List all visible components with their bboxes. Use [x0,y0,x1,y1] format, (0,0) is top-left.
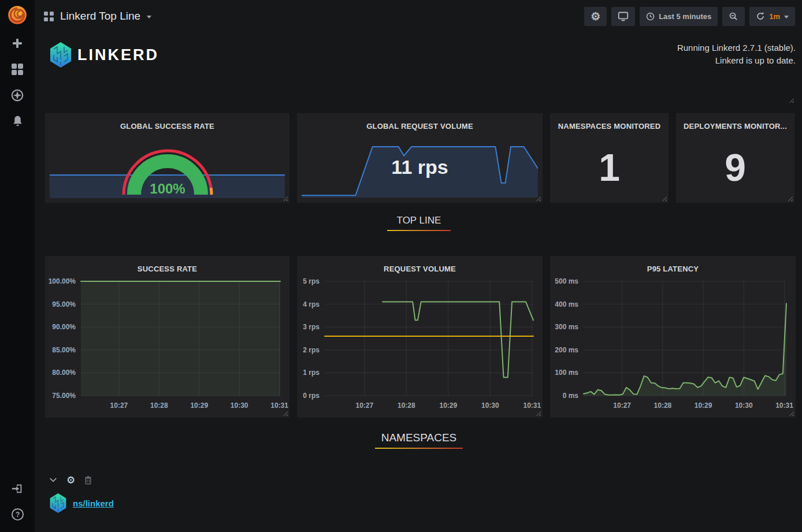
sidebar-item-sign-in[interactable] [0,475,35,501]
namespace-link[interactable]: ns/linkerd [73,498,114,508]
refresh-button[interactable]: 1m [749,7,795,26]
grafana-logo[interactable] [0,0,35,30]
linkerd-namespace-icon [49,493,67,513]
app-root: ? Linkerd Top Line ⚙ [0,0,802,532]
dashboard-title-button[interactable]: Linkerd Top Line [44,10,151,23]
linkerd-brand: LINKERD [49,42,159,68]
row-underline [387,230,451,231]
svg-text:10:29: 10:29 [190,401,208,410]
svg-text:5 rps: 5 rps [303,277,320,285]
svg-text:10:30: 10:30 [481,401,499,410]
svg-text:100%: 100% [150,181,185,196]
dashboard-grid-icon [44,12,54,21]
svg-text:10:27: 10:27 [613,401,631,410]
svg-text:1 rps: 1 rps [303,369,320,377]
dashboards-icon [11,63,24,76]
top-line-charts-row: SUCCESS RATE 75.00%80.00%85.00%90.00%95.… [45,256,796,418]
success-rate-gauge: 100% [121,144,214,199]
tv-icon [618,12,629,21]
row-header-top-line: TOP LINE [35,215,802,231]
left-sidebar: ? [0,0,35,532]
stat-value: 1 [550,146,669,189]
navbar-toolbar: ⚙ Last 5 minutes [584,7,795,26]
dashboard-title: Linkerd Top Line [60,10,140,23]
panel-title[interactable]: DEPLOYMENTS MONITOR... [676,113,794,131]
row-header-namespaces: NAMESPACES [35,431,802,449]
svg-text:10:30: 10:30 [231,401,248,410]
sidebar-item-alerting[interactable] [0,108,35,134]
row-settings-button[interactable]: ⚙ [66,475,75,485]
svg-text:10:27: 10:27 [356,401,374,410]
trash-icon [84,476,92,485]
stat-value: 9 [676,146,794,189]
top-stats-row: GLOBAL SUCCESS RATE 100% GLOBAL REQUEST … [45,113,796,203]
svg-text:10:29: 10:29 [695,401,712,410]
svg-text:80.00%: 80.00% [52,369,76,377]
success-rate-chart[interactable]: 75.00%80.00%85.00%90.00%95.00%100.00%10:… [45,273,289,418]
time-range-label: Last 5 minutes [659,12,711,21]
panel-p95-latency: P95 LATENCY 0 ms100 ms200 ms300 ms400 ms… [550,256,796,418]
svg-text:4 rps: 4 rps [303,300,320,308]
svg-text:10:30: 10:30 [735,401,753,410]
clock-icon [646,12,655,21]
panel-global-request-volume: GLOBAL REQUEST VOLUME 11 rps [297,113,543,203]
grafana-logo-icon [6,4,28,26]
svg-text:10:31: 10:31 [775,401,793,410]
linkerd-logo-icon [49,42,72,68]
dashboard-body: LINKERD Running Linkerd 2.7.1 (stable). … [35,32,802,532]
panel-resize-handle[interactable] [789,98,794,103]
panel-resize-handle[interactable] [662,196,667,201]
svg-text:400 ms: 400 ms [555,300,578,308]
panel-request-volume: REQUEST VOLUME 0 rps1 rps2 rps3 rps4 rps… [297,256,543,418]
status-line-1: Running Linkerd 2.7.1 (stable). [677,42,796,54]
row-title-top-line[interactable]: TOP LINE [397,215,441,226]
zoom-out-button[interactable] [722,7,745,26]
panel-resize-handle[interactable] [283,196,288,201]
sidebar-item-explore[interactable] [0,82,35,108]
linkerd-header-panel: LINKERD Running Linkerd 2.7.1 (stable). … [45,32,796,105]
panel-title[interactable]: SUCCESS RATE [45,256,289,273]
svg-text:100 ms: 100 ms [555,369,578,377]
panel-title[interactable]: P95 LATENCY [550,256,796,273]
panel-resize-handle[interactable] [788,196,793,201]
svg-text:10:29: 10:29 [439,401,457,410]
sidebar-item-create[interactable] [0,30,35,56]
row-title-namespaces[interactable]: NAMESPACES [381,431,457,444]
panel-global-success-rate: GLOBAL SUCCESS RATE 100% [45,113,289,203]
row-underline [375,448,463,449]
row-delete-button[interactable] [84,476,92,485]
svg-text:85.00%: 85.00% [52,346,76,354]
tv-mode-button[interactable] [611,7,635,26]
gear-icon: ⚙ [591,11,600,22]
collapse-row-button[interactable] [49,477,57,483]
panel-namespaces-monitored: NAMESPACES MONITORED 1 [550,113,669,203]
panel-deployments-monitored: DEPLOYMENTS MONITOR... 9 [676,113,794,203]
stat-value: 11 rps [297,156,543,178]
svg-text:10:28: 10:28 [654,401,672,410]
request-volume-chart[interactable]: 0 rps1 rps2 rps3 rps4 rps5 rps10:2710:28… [297,273,543,418]
sidebar-bottom: ? [0,450,35,527]
linkerd-status-text: Running Linkerd 2.7.1 (stable). Linkerd … [677,42,796,67]
panel-resize-handle[interactable] [536,196,541,201]
time-range-button[interactable]: Last 5 minutes [640,7,718,26]
chevron-down-icon [49,477,57,483]
sidebar-item-help[interactable]: ? [0,501,35,527]
p95-latency-chart[interactable]: 0 ms100 ms200 ms300 ms400 ms500 ms10:271… [550,273,796,418]
gear-icon: ⚙ [66,475,75,485]
sidebar-item-dashboards[interactable] [0,56,35,82]
svg-text:10:28: 10:28 [398,401,415,410]
top-navbar: Linkerd Top Line ⚙ [35,0,802,32]
panel-title[interactable]: GLOBAL REQUEST VOLUME [297,113,543,131]
panel-title[interactable]: NAMESPACES MONITORED [550,113,669,131]
panel-title[interactable]: REQUEST VOLUME [297,256,543,273]
dashboard-settings-button[interactable]: ⚙ [584,7,607,26]
zoom-out-icon [729,12,738,21]
caret-down-icon [147,16,151,18]
row-controls: ⚙ [49,474,802,486]
main-column: Linkerd Top Line ⚙ [35,0,802,532]
svg-text:0 rps: 0 rps [303,392,320,400]
svg-text:10:31: 10:31 [270,401,288,410]
svg-text:300 ms: 300 ms [555,323,578,331]
panel-title[interactable]: GLOBAL SUCCESS RATE [45,113,289,131]
svg-text:10:28: 10:28 [150,401,168,410]
